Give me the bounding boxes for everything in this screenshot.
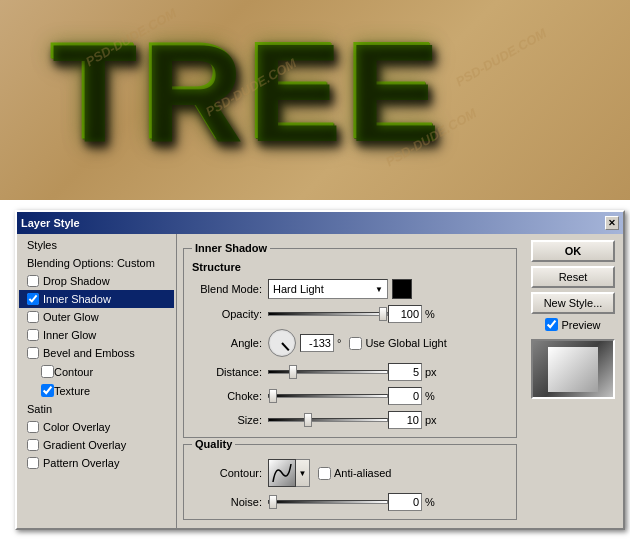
- blend-mode-value: Hard Light: [273, 283, 324, 295]
- preview-checkbox[interactable]: [545, 318, 558, 331]
- dialog-overlay: Layer Style ✕ Styles Blending Options: C…: [0, 200, 630, 539]
- sidebar-item-outer-glow[interactable]: Outer Glow: [19, 308, 174, 326]
- pattern-overlay-checkbox[interactable]: [27, 457, 39, 469]
- opacity-input[interactable]: [388, 305, 422, 323]
- sidebar-item-gradient-overlay[interactable]: Gradient Overlay: [19, 436, 174, 454]
- blend-mode-label: Blend Mode:: [192, 283, 262, 295]
- right-panel: OK Reset New Style... Preview: [523, 234, 623, 528]
- sidebar-item-texture[interactable]: Texture: [19, 381, 174, 400]
- sidebar-item-pattern-overlay[interactable]: Pattern Overlay: [19, 454, 174, 472]
- use-global-light-checkbox[interactable]: [349, 337, 362, 350]
- blend-color-swatch[interactable]: [392, 279, 412, 299]
- distance-row: Distance: px: [192, 363, 508, 381]
- contour-label: Contour:: [192, 467, 262, 479]
- noise-input[interactable]: [388, 493, 422, 511]
- sidebar-item-inner-glow[interactable]: Inner Glow: [19, 326, 174, 344]
- drop-shadow-checkbox[interactable]: [27, 275, 39, 287]
- anti-aliased-checkbox[interactable]: [318, 467, 331, 480]
- gradient-overlay-checkbox[interactable]: [27, 439, 39, 451]
- distance-unit: px: [425, 366, 437, 378]
- layer-style-dialog: Layer Style ✕ Styles Blending Options: C…: [15, 210, 625, 530]
- opacity-label: Opacity:: [192, 308, 262, 320]
- size-thumb[interactable]: [304, 413, 312, 427]
- preview-box: [531, 339, 615, 399]
- dialog-title: Layer Style: [21, 217, 80, 229]
- contour-checkbox[interactable]: [41, 365, 54, 378]
- angle-needle: [281, 342, 289, 351]
- angle-dial[interactable]: [268, 329, 296, 357]
- structure-title: Structure: [192, 261, 508, 273]
- left-panel: Styles Blending Options: Custom Drop Sha…: [17, 234, 177, 528]
- main-content: Inner Shadow Structure Blend Mode: Hard …: [177, 234, 523, 528]
- angle-row: Angle: ° Use Global Light: [192, 329, 508, 357]
- bevel-emboss-checkbox[interactable]: [27, 347, 39, 359]
- sidebar-item-drop-shadow[interactable]: Drop Shadow: [19, 272, 174, 290]
- dropdown-arrow-icon: ▼: [375, 285, 383, 294]
- sidebar-item-contour[interactable]: Contour: [19, 362, 174, 381]
- noise-label: Noise:: [192, 496, 262, 508]
- sidebar-item-inner-shadow[interactable]: Inner Shadow: [19, 290, 174, 308]
- distance-input[interactable]: [388, 363, 422, 381]
- size-slider[interactable]: [268, 418, 388, 422]
- preview-inner: [548, 347, 598, 392]
- contour-dropdown-btn[interactable]: ▼: [296, 459, 310, 487]
- use-global-light-text: Use Global Light: [365, 337, 446, 349]
- anti-aliased-label[interactable]: Anti-aliased: [318, 467, 391, 480]
- size-unit: px: [425, 414, 437, 426]
- opacity-unit: %: [425, 308, 435, 320]
- size-row: Size: px: [192, 411, 508, 429]
- sidebar-item-satin[interactable]: Satin: [19, 400, 174, 418]
- preview-row: Preview: [545, 318, 600, 331]
- inner-shadow-title: Inner Shadow: [192, 242, 270, 254]
- choke-slider[interactable]: [268, 394, 388, 398]
- outer-glow-checkbox[interactable]: [27, 311, 39, 323]
- noise-unit: %: [425, 496, 435, 508]
- quality-title: Quality: [192, 438, 235, 450]
- watermark-4: PSD-DUDE.COM: [453, 26, 549, 90]
- angle-unit: °: [337, 337, 341, 349]
- choke-row: Choke: %: [192, 387, 508, 405]
- noise-thumb[interactable]: [269, 495, 277, 509]
- new-style-button[interactable]: New Style...: [531, 292, 615, 314]
- choke-unit: %: [425, 390, 435, 402]
- inner-glow-checkbox[interactable]: [27, 329, 39, 341]
- size-input[interactable]: [388, 411, 422, 429]
- quality-section: Quality Contour: ▼: [183, 444, 517, 520]
- blend-mode-dropdown[interactable]: Hard Light ▼: [268, 279, 388, 299]
- distance-slider[interactable]: [268, 370, 388, 374]
- size-label: Size:: [192, 414, 262, 426]
- use-global-light-label[interactable]: Use Global Light: [349, 337, 446, 350]
- choke-thumb[interactable]: [269, 389, 277, 403]
- texture-checkbox[interactable]: [41, 384, 54, 397]
- choke-input[interactable]: [388, 387, 422, 405]
- close-button[interactable]: ✕: [605, 216, 619, 230]
- inner-shadow-checkbox[interactable]: [27, 293, 39, 305]
- sidebar-item-styles[interactable]: Styles: [19, 236, 174, 254]
- opacity-slider[interactable]: [268, 312, 388, 316]
- opacity-thumb[interactable]: [379, 307, 387, 321]
- preview-label: Preview: [561, 319, 600, 331]
- angle-input[interactable]: [300, 334, 334, 352]
- distance-thumb[interactable]: [289, 365, 297, 379]
- ok-button[interactable]: OK: [531, 240, 615, 262]
- distance-label: Distance:: [192, 366, 262, 378]
- anti-aliased-text: Anti-aliased: [334, 467, 391, 479]
- sidebar-item-blending[interactable]: Blending Options: Custom: [19, 254, 174, 272]
- reset-button[interactable]: Reset: [531, 266, 615, 288]
- opacity-row: Opacity: %: [192, 305, 508, 323]
- dialog-body: Styles Blending Options: Custom Drop Sha…: [17, 234, 623, 528]
- tree-text: TREE: [50, 10, 443, 172]
- choke-label: Choke:: [192, 390, 262, 402]
- inner-shadow-section: Inner Shadow Structure Blend Mode: Hard …: [183, 248, 517, 438]
- dialog-title-bar: Layer Style ✕: [17, 212, 623, 234]
- contour-row: Contour: ▼ Anti-aliased: [192, 459, 508, 487]
- blend-mode-row: Blend Mode: Hard Light ▼: [192, 279, 508, 299]
- sidebar-item-color-overlay[interactable]: Color Overlay: [19, 418, 174, 436]
- canvas-area: TREE PSD-DUDE.COM PSD-DUDE.COM PSD-DUDE.…: [0, 0, 630, 200]
- noise-row: Noise: %: [192, 493, 508, 511]
- contour-preview[interactable]: [268, 459, 296, 487]
- angle-label: Angle:: [192, 337, 262, 349]
- noise-slider[interactable]: [268, 500, 388, 504]
- sidebar-item-bevel-emboss[interactable]: Bevel and Emboss: [19, 344, 174, 362]
- color-overlay-checkbox[interactable]: [27, 421, 39, 433]
